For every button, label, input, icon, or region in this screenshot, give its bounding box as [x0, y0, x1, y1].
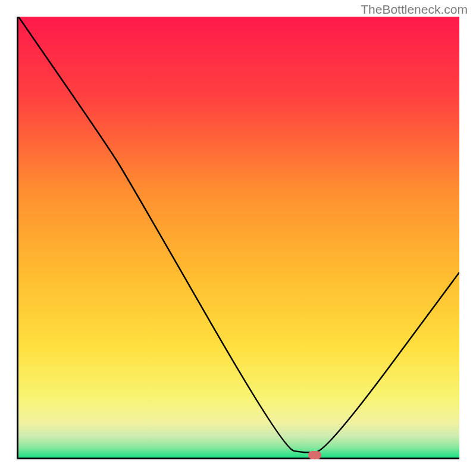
watermark-text: TheBottleneck.com	[361, 2, 468, 17]
chart-plot-area	[17, 17, 459, 459]
bottleneck-curve	[18, 17, 459, 458]
optimal-point-marker	[308, 451, 321, 459]
